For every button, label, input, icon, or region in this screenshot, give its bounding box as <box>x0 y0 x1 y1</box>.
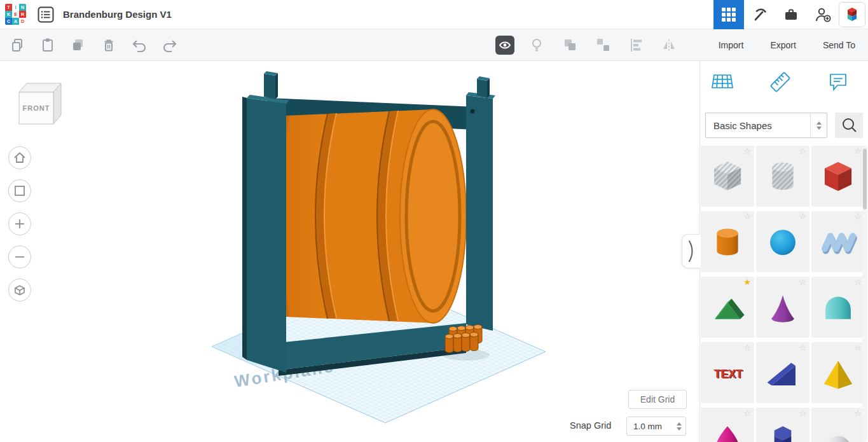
fit-view-icon <box>11 183 28 199</box>
half-sphere-icon <box>818 418 858 442</box>
send-to-button[interactable]: Send To <box>818 36 860 54</box>
grid-apps-icon <box>722 8 736 22</box>
search-button[interactable] <box>835 113 863 138</box>
redo-button[interactable] <box>159 34 181 56</box>
shape-category-select[interactable]: Basic Shapes <box>705 113 827 138</box>
invite-button[interactable] <box>806 0 837 29</box>
edit-toolbar: Import Export Send To <box>0 29 868 61</box>
panel-scrollbar[interactable] <box>862 146 867 442</box>
workplane-tool-button[interactable] <box>710 69 735 95</box>
copy-icon <box>10 37 25 53</box>
zoom-in-button[interactable] <box>8 212 31 235</box>
spinner-caret-icon <box>677 422 682 431</box>
fit-view-button[interactable] <box>8 179 31 202</box>
ungroup-button[interactable] <box>592 34 614 56</box>
blocks-app-button[interactable] <box>839 2 865 27</box>
shape-cylinder-transparent[interactable]: ☆ <box>756 146 809 207</box>
import-button[interactable]: Import <box>713 36 749 54</box>
hide-button[interactable] <box>526 34 548 56</box>
favorite-star[interactable]: ☆ <box>854 212 862 221</box>
logo-cell: T <box>5 4 12 11</box>
shape-roof[interactable]: ★ <box>701 277 754 338</box>
logo-cell: C <box>5 18 12 25</box>
favorite-star[interactable]: ☆ <box>799 212 806 221</box>
shape-wedge[interactable]: ☆ <box>756 342 809 403</box>
duplicate-button[interactable] <box>67 34 89 56</box>
favorite-star[interactable]: ☆ <box>854 343 862 352</box>
favorite-star[interactable]: ☆ <box>743 147 751 155</box>
favorite-star[interactable]: ☆ <box>743 409 751 417</box>
favorite-star[interactable]: ☆ <box>799 409 806 417</box>
view-cube-front-label: FRONT <box>23 104 50 112</box>
minecraft-button[interactable] <box>744 0 775 29</box>
shape-box[interactable]: ☆ <box>811 146 865 207</box>
home-view-button[interactable] <box>8 146 31 169</box>
view-controls <box>8 146 31 301</box>
shape-sphere[interactable]: ☆ <box>756 211 809 272</box>
view-cube[interactable]: FRONT <box>14 76 70 134</box>
shape-pyramid[interactable]: ☆ <box>811 342 865 403</box>
cone-icon <box>763 287 803 327</box>
undo-button[interactable] <box>128 34 150 56</box>
sphere-icon <box>763 222 803 261</box>
favorite-star[interactable]: ☆ <box>854 278 862 286</box>
favorite-star[interactable]: ☆ <box>799 147 806 155</box>
tinkercad-logo-icon[interactable]: T I N K E R C A D <box>5 4 26 25</box>
zoom-out-button[interactable] <box>8 245 31 268</box>
snap-grid-select[interactable]: 1.0 mm <box>626 417 686 436</box>
scrollbar-thumb[interactable] <box>863 149 867 209</box>
shape-polygon[interactable]: ☆ <box>756 408 809 442</box>
export-button[interactable]: Export <box>765 36 801 54</box>
text-icon: TEXTTEXT <box>708 353 747 392</box>
plus-icon <box>11 216 28 232</box>
shape-box-transparent[interactable]: ☆ <box>701 146 754 207</box>
show-all-button[interactable] <box>495 36 514 55</box>
shape-cylinder[interactable]: ☆ <box>701 211 754 272</box>
ruler-tool-button[interactable] <box>768 69 793 95</box>
shape-paraboloid[interactable]: ☆ <box>701 408 754 442</box>
minus-icon <box>11 249 28 265</box>
perspective-cube-icon <box>11 282 28 298</box>
edit-grid-button[interactable]: Edit Grid <box>628 390 687 409</box>
align-icon <box>628 37 644 53</box>
notes-icon <box>825 69 851 95</box>
align-button[interactable] <box>625 34 647 56</box>
favorite-star[interactable]: ☆ <box>799 343 806 352</box>
group-icon <box>562 37 578 53</box>
delete-button[interactable] <box>98 34 120 56</box>
group-button[interactable] <box>559 34 581 56</box>
shape-scribble[interactable]: ☆ <box>811 211 865 272</box>
shape-grid: ☆☆☆☆☆☆★☆☆TEXTTEXT☆☆☆☆☆☆ <box>701 146 868 442</box>
redo-icon <box>161 37 179 53</box>
classes-button[interactable] <box>775 0 806 29</box>
favorite-star[interactable]: ☆ <box>854 409 862 417</box>
notes-tool-button[interactable] <box>825 69 851 95</box>
favorite-star[interactable]: ☆ <box>799 278 806 286</box>
ruler-icon <box>768 69 793 95</box>
favorite-star[interactable]: ☆ <box>743 343 751 352</box>
favorite-star[interactable]: ☆ <box>854 147 862 155</box>
scene-3d[interactable]: Workplane <box>0 62 699 442</box>
logo-cell: I <box>12 4 19 11</box>
shape-round-roof[interactable]: ☆ <box>811 277 865 338</box>
lightbulb-icon <box>529 37 544 53</box>
copy-button[interactable] <box>6 34 28 56</box>
shape-cone[interactable]: ☆ <box>756 277 809 338</box>
paste-button[interactable] <box>37 34 59 56</box>
eye-icon <box>497 38 513 52</box>
panel-collapse-button[interactable] <box>682 234 700 268</box>
dashboard-grid-button[interactable] <box>713 0 744 29</box>
shape-text[interactable]: TEXTTEXT☆ <box>701 342 754 403</box>
mirror-button[interactable] <box>658 34 680 56</box>
paste-icon <box>40 37 55 53</box>
viewport[interactable]: Workplane <box>0 62 699 442</box>
shapes-panel: Basic Shapes ☆☆☆☆☆☆★☆☆TEXTTEXT☆☆☆☆☆☆ <box>699 62 868 442</box>
category-row: Basic Shapes <box>705 113 868 138</box>
favorite-star[interactable]: ★ <box>743 278 751 286</box>
pickaxe-icon <box>752 6 768 23</box>
snap-grid-value: 1.0 mm <box>633 422 662 431</box>
design-menu-icon[interactable] <box>38 6 54 23</box>
shape-half-sphere[interactable]: ☆ <box>811 408 865 442</box>
favorite-star[interactable]: ☆ <box>743 212 751 221</box>
perspective-toggle-button[interactable] <box>8 279 31 301</box>
